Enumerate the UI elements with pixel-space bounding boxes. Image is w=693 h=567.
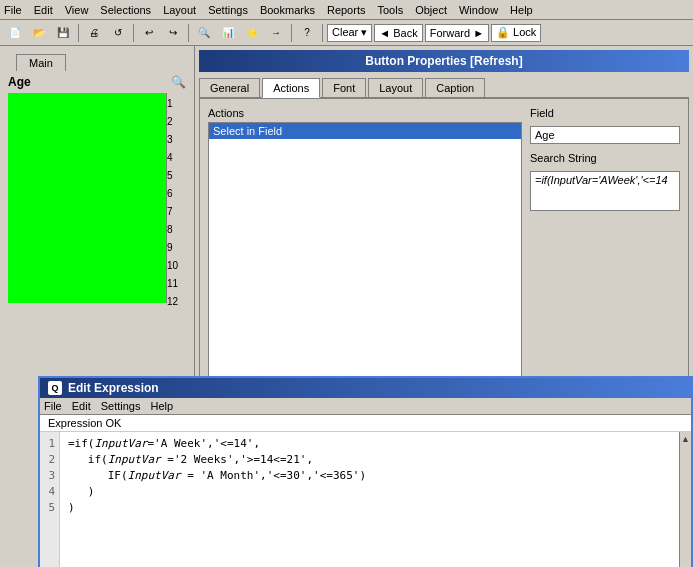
star-btn[interactable]: ⭐ [241,22,263,44]
expr-scrollbar[interactable]: ▲ ▼ [679,432,691,567]
chart-icon: 📊 [222,27,234,38]
main-tab[interactable]: Main [16,54,66,71]
menu-window[interactable]: Window [459,4,498,16]
tabs-bar: General Actions Font Layout Caption [199,76,689,98]
forward-label: Forward ► [430,27,484,39]
reload-btn[interactable]: ↺ [107,22,129,44]
sep5 [322,24,323,42]
line-num-3: 3 [44,468,55,484]
open-btn[interactable]: 📂 [28,22,50,44]
field-section-label: Field [530,107,680,119]
search-string-label: Search String [530,152,680,164]
new-icon: 📄 [9,27,21,38]
menu-settings[interactable]: Settings [208,4,248,16]
print-btn[interactable]: 🖨 [83,22,105,44]
expr-editor: 1 2 3 4 5 =if(InputVar='A Week','<=14', … [40,432,691,567]
menu-bar: File Edit View Selections Layout Setting… [0,0,693,20]
back-label: ◄ Back [379,27,417,39]
clear-label: Clear ▾ [332,26,367,39]
field-input[interactable] [530,126,680,144]
undo-icon: ↩ [145,27,153,38]
edit-expr-menu: File Edit Settings Help [40,398,691,415]
expr-status: Expression OK [40,415,691,432]
lock-btn[interactable]: 🔒 Lock [491,24,541,42]
edit-expr-icon: Q [48,381,62,395]
chart-btn[interactable]: 📊 [217,22,239,44]
tab-font[interactable]: Font [322,78,366,97]
tab-caption[interactable]: Caption [425,78,485,97]
code-line-1: =if(InputVar='A Week','<=14', [68,436,671,452]
line-numbers: 1 2 3 4 5 [40,432,60,567]
line-num-2: 2 [44,452,55,468]
actions-section-label: Actions [208,107,522,119]
line-num-5: 5 [44,500,55,516]
clear-dropdown[interactable]: Clear ▾ [327,24,372,42]
expr-menu-edit[interactable]: Edit [72,400,91,412]
age-search-icon[interactable]: 🔍 [171,75,186,89]
menu-object[interactable]: Object [415,4,447,16]
reload-icon: ↺ [114,27,122,38]
tab-layout[interactable]: Layout [368,78,423,97]
redo-icon: ↪ [169,27,177,38]
menu-bookmarks[interactable]: Bookmarks [260,4,315,16]
forward-btn[interactable]: Forward ► [425,24,489,42]
age-field-label: Age [8,75,31,89]
code-line-3: IF(InputVar = 'A Month','<=30','<=365') [68,468,671,484]
code-line-5: ) [68,500,671,516]
tab-general[interactable]: General [199,78,260,97]
new-btn[interactable]: 📄 [4,22,26,44]
arrow-btn[interactable]: → [265,22,287,44]
menu-selections[interactable]: Selections [100,4,151,16]
help-btn[interactable]: ? [296,22,318,44]
back-btn[interactable]: ◄ Back [374,24,422,42]
redo-btn[interactable]: ↪ [162,22,184,44]
menu-reports[interactable]: Reports [327,4,366,16]
menu-file[interactable]: File [4,4,22,16]
expr-menu-settings[interactable]: Settings [101,400,141,412]
search-string-section: Search String =if(InputVar='AWeek','<=14 [530,152,680,211]
sep2 [133,24,134,42]
toolbar: 📄 📂 💾 🖨 ↺ ↩ ↪ 🔍 📊 ⭐ → ? Clear ▾ ◄ Back F… [0,20,693,46]
age-field-chart: 123456 789101112 [8,93,186,303]
help-icon: ? [304,27,310,38]
arrow-icon: → [271,27,281,38]
sep1 [78,24,79,42]
sep4 [291,24,292,42]
edit-expression-dialog: Q Edit Expression File Edit Settings Hel… [38,376,693,567]
save-icon: 💾 [57,27,69,38]
lock-label: 🔒 Lock [496,26,536,39]
props-title: Button Properties [Refresh] [199,50,689,72]
line-num-4: 4 [44,484,55,500]
code-area[interactable]: =if(InputVar='A Week','<=14', if(InputVa… [60,432,679,567]
expr-menu-help[interactable]: Help [150,400,173,412]
code-line-2: if(InputVar ='2 Weeks','>=14<=21', [68,452,671,468]
expr-menu-file[interactable]: File [44,400,62,412]
star-icon: ⭐ [246,27,258,38]
save-btn[interactable]: 💾 [52,22,74,44]
menu-edit[interactable]: Edit [34,4,53,16]
menu-view[interactable]: View [65,4,89,16]
main-area: Main Age 🔍 123456 789101112 Button Prope… [0,46,693,567]
undo-btn[interactable]: ↩ [138,22,160,44]
print-icon: 🖨 [89,27,99,38]
menu-help[interactable]: Help [510,4,533,16]
field-section: Field [530,107,680,144]
line-num-1: 1 [44,436,55,452]
menu-layout[interactable]: Layout [163,4,196,16]
search-icon: 🔍 [198,27,210,38]
menu-tools[interactable]: Tools [377,4,403,16]
code-line-4: ) [68,484,671,500]
tab-actions[interactable]: Actions [262,78,320,98]
search-btn[interactable]: 🔍 [193,22,215,44]
actions-list-item-select-in-field[interactable]: Select in Field [209,123,521,139]
edit-expr-title-text: Edit Expression [68,381,159,395]
sep3 [188,24,189,42]
open-icon: 📂 [33,27,45,38]
search-string-value: =if(InputVar='AWeek','<=14 [530,171,680,211]
edit-expr-title-bar: Q Edit Expression [40,378,691,398]
